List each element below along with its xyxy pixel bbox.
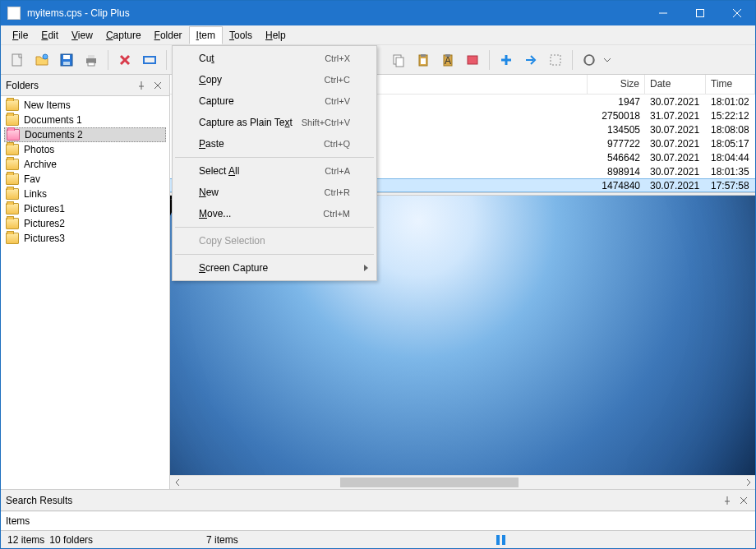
- aperture-icon[interactable]: [578, 48, 601, 72]
- menu-item-new[interactable]: NewCtrl+R: [174, 182, 375, 203]
- search-header: Search Results: [1, 490, 755, 511]
- svg-rect-26: [551, 55, 560, 65]
- pin-icon[interactable]: [135, 79, 148, 92]
- folder-list[interactable]: New ItemsDocuments 1Documents 2PhotosArc…: [1, 96, 169, 247]
- menu-folder[interactable]: Folder: [148, 27, 189, 44]
- folder-icon: [7, 129, 20, 141]
- print-icon[interactable]: [80, 48, 103, 72]
- folder-icon: [6, 218, 19, 229]
- paste-text-icon[interactable]: A: [436, 48, 459, 72]
- app-icon: [7, 7, 21, 20]
- svg-point-5: [43, 54, 48, 59]
- folder-icon: [6, 203, 19, 215]
- toolbar: A: [1, 45, 755, 75]
- card-icon[interactable]: [461, 48, 484, 72]
- folder-pictures2[interactable]: Pictures2: [4, 216, 166, 231]
- menu-item-cut[interactable]: CutCtrl+X: [174, 48, 375, 69]
- folder-label: Pictures3: [24, 233, 65, 244]
- folder-archive[interactable]: Archive: [4, 157, 166, 172]
- menu-tools[interactable]: Tools: [223, 27, 259, 44]
- folder-label: Documents 1: [24, 114, 82, 126]
- rectangle-select-icon[interactable]: [138, 48, 161, 72]
- menu-item-screen-capture[interactable]: Screen Capture: [174, 257, 375, 279]
- menu-item-copy[interactable]: CopyCtrl+C: [174, 69, 375, 90]
- selection-dashed-icon[interactable]: [544, 48, 567, 72]
- folder-documents-2[interactable]: Documents 2: [4, 127, 166, 142]
- new-file-icon[interactable]: [6, 48, 29, 72]
- save-icon[interactable]: [55, 48, 78, 72]
- search-title: Search Results: [6, 495, 717, 506]
- add-icon[interactable]: [495, 48, 518, 72]
- toolbar-separator: [489, 50, 490, 70]
- folder-label: Photos: [24, 144, 54, 155]
- svg-rect-23: [468, 56, 477, 64]
- menu-view[interactable]: View: [65, 27, 99, 44]
- folders-pane: Folders New ItemsDocuments 1Documents 2P…: [1, 75, 170, 489]
- copy-icon[interactable]: [387, 48, 410, 72]
- folder-photos[interactable]: Photos: [4, 142, 166, 157]
- menu-separator: [175, 157, 374, 158]
- menu-edit[interactable]: Edit: [35, 27, 65, 44]
- menu-item-capture[interactable]: CaptureCtrl+V: [174, 90, 375, 112]
- svg-rect-8: [63, 62, 70, 65]
- minimize-button[interactable]: [644, 1, 681, 25]
- menu-item-copy-selection: Copy Selection: [174, 230, 375, 251]
- svg-rect-10: [88, 55, 94, 58]
- folder-label: Documents 2: [25, 129, 83, 141]
- svg-rect-19: [421, 58, 426, 64]
- status-bar: 12 items 10 folders 7 items: [1, 530, 755, 548]
- svg-rect-1: [696, 10, 703, 17]
- svg-rect-11: [88, 62, 94, 66]
- scroll-thumb[interactable]: [340, 477, 519, 487]
- scroll-left-icon[interactable]: [170, 476, 184, 490]
- toolbar-separator: [572, 50, 573, 70]
- folder-icon: [6, 159, 19, 170]
- svg-text:A: A: [445, 55, 451, 67]
- folder-pictures3[interactable]: Pictures3: [4, 231, 166, 246]
- col-size[interactable]: Size: [588, 75, 645, 94]
- folder-label: Archive: [24, 159, 57, 170]
- open-folder-icon[interactable]: [30, 48, 53, 72]
- menu-separator: [175, 227, 374, 228]
- pause-icon[interactable]: [496, 535, 505, 545]
- menu-file[interactable]: File: [6, 27, 35, 44]
- menu-item-capture-as-plain-text[interactable]: Capture as Plain TextShift+Ctrl+V: [174, 112, 375, 133]
- menu-item[interactable]: Item: [189, 26, 223, 44]
- clipboard-icon[interactable]: [412, 48, 435, 72]
- status-selected: 7 items: [206, 534, 238, 546]
- folder-fav[interactable]: Fav: [4, 172, 166, 187]
- arrow-right-icon[interactable]: [519, 48, 542, 72]
- pin-icon[interactable]: [721, 494, 734, 507]
- delete-icon[interactable]: [113, 48, 136, 72]
- toolbar-separator: [166, 50, 167, 70]
- item-menu-dropdown[interactable]: CutCtrl+XCopyCtrl+CCaptureCtrl+VCapture …: [172, 45, 377, 281]
- folder-icon: [6, 99, 19, 111]
- folder-documents-1[interactable]: Documents 1: [4, 113, 166, 127]
- menu-item-move-[interactable]: Move...Ctrl+M: [174, 203, 375, 224]
- folders-title: Folders: [6, 80, 131, 91]
- maximize-button[interactable]: [681, 1, 718, 25]
- svg-rect-16: [396, 58, 403, 67]
- menu-capture[interactable]: Capture: [99, 27, 148, 44]
- close-button[interactable]: [718, 1, 755, 25]
- folder-links[interactable]: Links: [4, 187, 166, 201]
- close-pane-icon[interactable]: [151, 79, 164, 92]
- folder-label: Pictures1: [24, 203, 65, 215]
- folder-icon: [6, 144, 19, 155]
- scroll-right-icon[interactable]: [741, 476, 755, 490]
- col-date[interactable]: Date: [645, 75, 706, 94]
- menu-help[interactable]: Help: [259, 27, 293, 44]
- dropdown-arrow-icon[interactable]: [602, 48, 612, 72]
- status-items: 12 items: [7, 534, 44, 546]
- toolbar-separator: [108, 50, 108, 70]
- folders-header: Folders: [1, 75, 169, 96]
- close-pane-icon[interactable]: [737, 494, 750, 507]
- preview-scrollbar[interactable]: [170, 475, 755, 489]
- col-time[interactable]: Time: [706, 75, 755, 94]
- svg-rect-4: [12, 54, 21, 66]
- menu-item-paste[interactable]: PasteCtrl+Q: [174, 133, 375, 155]
- folder-new-items[interactable]: New Items: [4, 98, 166, 113]
- folder-pictures1[interactable]: Pictures1: [4, 201, 166, 216]
- search-results-pane: Search Results Items: [1, 489, 755, 530]
- menu-item-select-all[interactable]: Select AllCtrl+A: [174, 160, 375, 182]
